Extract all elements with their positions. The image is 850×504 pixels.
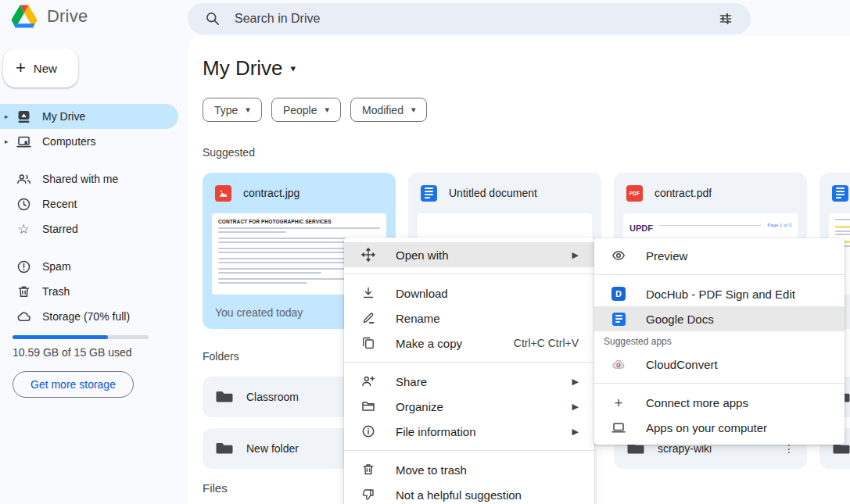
sidebar-item-label: Trash (42, 285, 70, 298)
sidebar-nav: ▸ My Drive ▸ Computers Shared with me Re… (0, 104, 178, 329)
filter-chip-modified[interactable]: Modified▾ (350, 98, 427, 122)
pdf-file-icon: PDF (626, 185, 643, 202)
menu-item-open-with[interactable]: Open with ▶ (344, 242, 594, 267)
my-drive-icon (16, 109, 31, 124)
folder-icon (215, 389, 234, 405)
menu-item-file-information[interactable]: File information ▶ (344, 419, 594, 444)
submenu-arrow-icon: ▶ (572, 377, 579, 387)
search-bar[interactable] (188, 3, 751, 34)
open-with-submenu: Preview D DocHub - PDF Sign and Edit Goo… (594, 238, 845, 445)
sidebar-item-computers[interactable]: ▸ Computers (0, 129, 178, 154)
filter-chip-type[interactable]: Type▾ (203, 98, 262, 122)
sidebar-item-shared-with-me[interactable]: Shared with me (0, 166, 178, 191)
section-label-folders: Folders (203, 350, 239, 363)
trash-icon (361, 463, 375, 477)
storage-progress-bar (13, 335, 149, 339)
google-docs-icon (421, 185, 437, 202)
file-name: Untitled document (449, 187, 537, 199)
sidebar-item-label: Recent (42, 198, 77, 210)
google-docs-icon (611, 313, 626, 326)
info-icon (361, 424, 375, 438)
menu-item-rename[interactable]: Rename (344, 306, 594, 331)
chevron-down-icon: ▾ (411, 105, 416, 115)
section-label-suggested: Suggested (203, 146, 255, 159)
submenu-item-apps-on-computer[interactable]: Apps on your computer (594, 415, 845, 440)
eye-icon (611, 248, 626, 263)
star-icon: ☆ (16, 223, 31, 236)
preview-document-heading: CONTRACT FOR PHOTOGRAPHIC SERVICES (218, 219, 380, 224)
new-button[interactable]: + New (3, 48, 78, 88)
sidebar-item-label: Spam (42, 260, 71, 273)
file-card-badge: You created today (215, 306, 303, 319)
file-name: contract.jpg (243, 187, 299, 199)
menu-item-move-to-trash[interactable]: Move to trash (344, 457, 594, 482)
search-input[interactable] (235, 12, 713, 26)
plus-icon: + (16, 59, 26, 77)
sidebar-item-storage[interactable]: Storage (70% full) (0, 304, 178, 329)
trash-icon (16, 284, 31, 299)
cloudconvert-app-icon (611, 358, 626, 370)
page-title[interactable]: My Drive ▾ (203, 56, 296, 80)
shared-people-icon (16, 172, 31, 187)
menu-item-download[interactable]: Download (344, 281, 594, 306)
computers-icon (16, 134, 31, 149)
folder-name: New folder (246, 442, 299, 455)
submenu-arrow-icon: ▶ (572, 427, 579, 437)
thumbs-down-icon (361, 488, 375, 502)
filter-chips: Type▾ People▾ Modified▾ (203, 98, 427, 122)
expand-caret-icon[interactable]: ▸ (5, 113, 14, 120)
sidebar-item-my-drive[interactable]: ▸ My Drive (0, 104, 178, 129)
spam-alert-icon (16, 259, 31, 274)
submenu-arrow-icon: ▶ (572, 250, 579, 260)
submenu-item-dochub[interactable]: D DocHub - PDF Sign and Edit (594, 281, 845, 306)
sidebar-item-label: Starred (42, 223, 78, 235)
menu-item-share[interactable]: Share ▶ (344, 369, 594, 394)
section-label-files: Files (203, 481, 228, 495)
sidebar-item-label: My Drive (42, 110, 85, 123)
context-menu: Open with ▶ Download Rename Make a copy … (344, 238, 594, 504)
search-icon[interactable] (200, 6, 225, 31)
person-add-icon (361, 374, 375, 388)
new-button-label: New (34, 62, 57, 75)
copy-icon (361, 336, 375, 350)
preview-page-indicator: Page 1 of 3 (767, 223, 791, 227)
plus-icon: + (611, 395, 626, 410)
drive-logo-icon (11, 5, 38, 28)
image-file-icon (215, 185, 231, 202)
page-title-label: My Drive (203, 56, 283, 80)
clock-icon (16, 197, 31, 212)
folder-icon (215, 441, 234, 456)
submenu-item-cloudconvert[interactable]: CloudConvert (594, 352, 845, 377)
preview-logo: UPDF (629, 223, 653, 233)
submenu-item-connect-more-apps[interactable]: + Connect more apps (594, 390, 845, 415)
menu-item-make-a-copy[interactable]: Make a copy Ctrl+C Ctrl+V (344, 331, 594, 356)
menu-item-organize[interactable]: Organize ▶ (344, 394, 594, 419)
rename-pencil-icon (361, 311, 375, 325)
menu-item-not-helpful-suggestion[interactable]: Not a helpful suggestion (344, 482, 594, 504)
download-icon (361, 286, 375, 300)
submenu-arrow-icon: ▶ (572, 402, 579, 412)
submenu-item-preview[interactable]: Preview (594, 243, 845, 268)
expand-caret-icon[interactable]: ▸ (5, 138, 14, 145)
top-bar: Drive (0, 0, 850, 38)
get-more-storage-button[interactable]: Get more storage (13, 371, 134, 398)
sidebar-item-starred[interactable]: ☆ Starred (0, 216, 178, 241)
sidebar-item-label: Computers (42, 135, 95, 148)
chevron-down-icon: ▾ (291, 63, 296, 74)
cloud-icon (16, 309, 31, 324)
sidebar-item-spam[interactable]: Spam (0, 254, 178, 279)
laptop-icon (611, 420, 626, 434)
filter-chip-people[interactable]: People▾ (271, 98, 341, 122)
app-title: Drive (47, 6, 88, 27)
sidebar-item-recent[interactable]: Recent (0, 191, 178, 216)
sidebar-item-label: Storage (70% full) (42, 310, 130, 323)
storage-progress-fill (13, 335, 108, 339)
app-logo[interactable]: Drive (11, 5, 88, 28)
sidebar-item-label: Shared with me (42, 173, 118, 185)
google-docs-icon (832, 185, 848, 202)
search-filters-icon[interactable] (713, 6, 738, 31)
chevron-down-icon: ▾ (325, 105, 329, 115)
sidebar-item-trash[interactable]: Trash (0, 279, 178, 304)
file-name: contract.pdf (655, 187, 712, 199)
submenu-item-google-docs[interactable]: Google Docs (594, 306, 845, 331)
